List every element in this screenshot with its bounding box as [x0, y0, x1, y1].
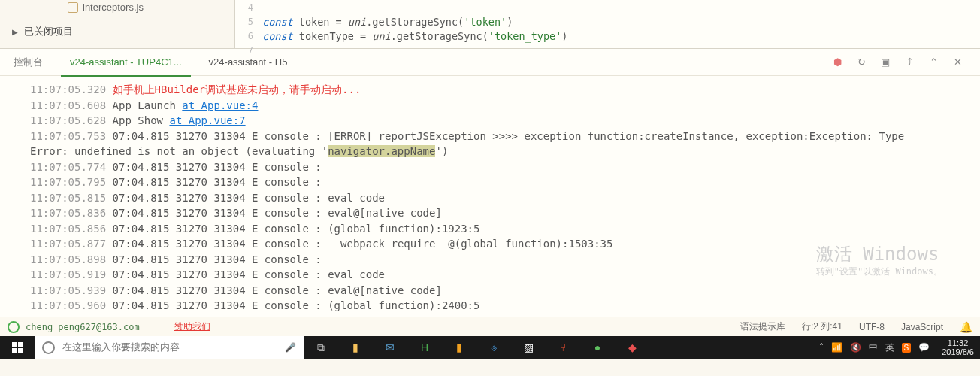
wechat-icon[interactable]: ● [580, 336, 615, 359]
vscode-icon[interactable]: ⟐ [476, 336, 511, 359]
log-line: 11:07:05.856 07:04.815 31270 31304 E con… [30, 221, 980, 237]
user-avatar-icon[interactable] [8, 321, 20, 333]
chevron-right-icon: ▶ [12, 28, 18, 36]
cortana-icon [42, 341, 55, 354]
code-editor[interactable]: 45const token = uni.getStorageSync('toke… [235, 0, 980, 48]
windows-logo-icon [12, 342, 23, 353]
status-bar: cheng_peng627@163.com 赞助我们 语法提示库 行:2 列:4… [0, 317, 980, 336]
log-line: 11:07:05.960 07:04.815 31270 31304 E con… [30, 298, 980, 314]
log-line: Error: undefined is not an object (evalu… [30, 144, 980, 159]
code-line[interactable]: 6const tokenType = uni.getStorageSync('t… [243, 29, 980, 43]
tab-device-active[interactable]: v24-assistant - TUP4C1... [56, 49, 195, 76]
photos-icon[interactable]: ▨ [511, 336, 546, 359]
ime-en[interactable]: 英 [885, 341, 894, 354]
log-line: 11:07:05.753 07:04.815 31270 31304 E con… [30, 129, 980, 144]
file-name: interceptors.js [83, 2, 144, 13]
refresh-icon[interactable]: ↻ [855, 56, 867, 68]
log-line: 11:07:05.628 App Show at App.vue:7 [30, 113, 980, 129]
line-number: 4 [243, 2, 262, 13]
stop-icon[interactable]: ▣ [879, 56, 891, 68]
git-icon[interactable]: ⑂ [546, 336, 580, 359]
taskbar-apps: ⧉ ▮ ✉ H ▮ ⟐ ▨ ⑂ ● ◆ [304, 336, 649, 359]
log-line: 11:07:05.774 07:04.815 31270 31304 E con… [30, 159, 980, 175]
log-line: 11:07:05.919 07:04.815 31270 31304 E con… [30, 267, 980, 283]
log-line: 11:07:05.939 07:04.815 31270 31304 E con… [30, 283, 980, 299]
clock-time: 11:32 [942, 338, 974, 347]
tray-chevron-icon[interactable]: ˄ [819, 342, 824, 353]
log-line: 11:07:05.877 07:04.815 31270 31304 E con… [30, 236, 980, 252]
console-tabbar: 控制台 v24-assistant - TUP4C1... v24-assist… [0, 49, 980, 76]
windows-taskbar: 🎤 ⧉ ▮ ✉ H ▮ ⟐ ▨ ⑂ ● ◆ ˄ 📶 🔇 中 英 S 💬 11:3… [0, 336, 980, 359]
syntax-lib[interactable]: 语法提示库 [740, 320, 785, 333]
bug-icon[interactable]: ⬢ [831, 56, 843, 68]
cursor-position[interactable]: 行:2 列:41 [802, 320, 842, 333]
ime-zh[interactable]: 中 [869, 341, 878, 354]
code-content: const token = uni.getStorageSync('token'… [262, 16, 513, 28]
taskbar-search[interactable]: 🎤 [35, 336, 304, 359]
console-panel: 控制台 v24-assistant - TUP4C1... v24-assist… [0, 48, 980, 317]
js-file-icon [68, 2, 78, 13]
clock-date: 2019/8/6 [942, 347, 974, 356]
hbuilder-icon[interactable]: H [407, 336, 442, 359]
code-line[interactable]: 5const token = uni.getStorageSync('token… [243, 14, 980, 29]
start-button[interactable] [0, 336, 35, 359]
line-number: 5 [243, 17, 262, 27]
notification-icon[interactable]: 💬 [918, 342, 930, 353]
close-icon[interactable]: ✕ [951, 56, 963, 68]
app-icon[interactable]: ◆ [615, 336, 649, 359]
sogou-icon[interactable]: S [902, 343, 912, 353]
mic-icon[interactable]: 🎤 [285, 342, 296, 353]
explorer-icon[interactable]: ▮ [338, 336, 373, 359]
network-icon[interactable]: 📶 [831, 342, 842, 353]
log-line: 11:07:05.320 如手机上HBuilder调试基座未启动，请手动启动..… [30, 82, 980, 98]
log-line: 11:07:05.608 App Launch at App.vue:4 [30, 98, 980, 114]
sublime-icon[interactable]: ▮ [442, 336, 476, 359]
taskbar-clock[interactable]: 11:32 2019/8/6 [936, 338, 980, 356]
encoding[interactable]: UTF-8 [859, 322, 885, 332]
closed-projects-section[interactable]: ▶ 已关闭项目 [0, 20, 234, 43]
bell-icon[interactable]: 🔔 [960, 321, 972, 333]
tab-console[interactable]: 控制台 [0, 49, 56, 76]
log-line: 11:07:05.795 07:04.815 31270 31304 E con… [30, 174, 980, 190]
code-content: const tokenType = uni.getStorageSync('to… [262, 30, 567, 42]
popout-icon[interactable]: ⤴ [903, 56, 915, 68]
sponsor-link[interactable]: 赞助我们 [174, 320, 210, 333]
console-output[interactable]: 11:07:05.320 如手机上HBuilder调试基座未启动，请手动启动..… [0, 76, 980, 317]
closed-projects-label: 已关闭项目 [24, 25, 73, 38]
project-sidebar: interceptors.js ▶ 已关闭项目 [0, 0, 235, 48]
log-line: 11:07:05.836 07:04.815 31270 31304 E con… [30, 205, 980, 221]
search-input[interactable] [62, 341, 277, 353]
collapse-icon[interactable]: ⌃ [927, 56, 939, 68]
tab-h5[interactable]: v24-assistant - H5 [195, 49, 301, 76]
user-email[interactable]: cheng_peng627@163.com [26, 322, 140, 332]
file-item[interactable]: interceptors.js [0, 0, 234, 14]
code-line[interactable]: 4 [243, 0, 980, 14]
language-mode[interactable]: JavaScript [901, 322, 943, 332]
task-view-icon[interactable]: ⧉ [304, 336, 338, 359]
log-line: 11:07:05.898 07:04.815 31270 31304 E con… [30, 252, 980, 268]
line-number: 6 [243, 31, 262, 41]
mail-icon[interactable]: ✉ [373, 336, 407, 359]
volume-icon[interactable]: 🔇 [850, 342, 861, 353]
log-line: 11:07:05.815 07:04.815 31270 31304 E con… [30, 190, 980, 206]
